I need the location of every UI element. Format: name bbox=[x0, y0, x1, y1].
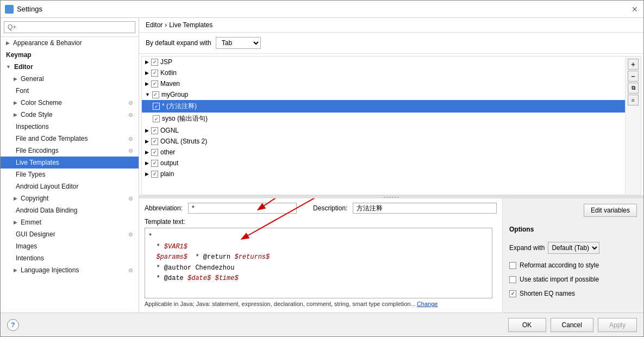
template-list-section: ▶ JSP ▶ Kotlin ▶ bbox=[139, 54, 643, 195]
template-group-ognl[interactable]: ▶ OGNL bbox=[142, 125, 625, 136]
shorten-eq-label: Shorten EQ names bbox=[520, 290, 575, 297]
search-input[interactable] bbox=[4, 21, 135, 33]
sidebar-item-file-encodings[interactable]: File Encodings ⚙ bbox=[1, 145, 139, 157]
template-item-syso[interactable]: syso (输出语句) bbox=[142, 113, 625, 125]
template-item-star[interactable]: * (方法注释) bbox=[142, 100, 625, 113]
reformat-checkbox[interactable] bbox=[509, 262, 516, 269]
applicable-text: Applicable in Java; Java: statement, exp… bbox=[145, 301, 497, 307]
options-title: Options bbox=[509, 226, 637, 233]
sidebar-item-color-scheme[interactable]: ▶ Color Scheme ⚙ bbox=[1, 97, 139, 109]
sidebar-item-live-templates[interactable]: Live Templates bbox=[1, 157, 139, 168]
options-expand-select[interactable]: Default (Tab) Tab Enter Space bbox=[548, 242, 599, 254]
group-label-mygroup: myGroup bbox=[161, 91, 188, 98]
apply-button[interactable]: Apply bbox=[598, 318, 637, 332]
expand-icon: ▶ bbox=[14, 112, 17, 117]
group-checkbox-jsp[interactable] bbox=[151, 59, 158, 66]
add-button[interactable]: + bbox=[628, 59, 639, 70]
sidebar-item-file-and-code[interactable]: File and Code Templates ⚙ bbox=[1, 133, 139, 145]
expand-icon: ▶ bbox=[145, 160, 149, 166]
item-label-star: * (方法注释) bbox=[162, 102, 197, 111]
breadcrumb-path: Editor bbox=[146, 21, 162, 29]
group-checkbox-mygroup[interactable] bbox=[152, 91, 159, 98]
sidebar-item-code-style[interactable]: ▶ Code Style ⚙ bbox=[1, 109, 139, 121]
remove-button[interactable]: − bbox=[628, 71, 639, 82]
expand-icon: ▶ bbox=[145, 149, 149, 155]
sidebar-item-label: Live Templates bbox=[16, 159, 59, 166]
title-bar: Settings ✕ bbox=[1, 1, 643, 18]
abbreviation-label: Abbreviation: bbox=[145, 204, 183, 212]
sidebar-item-gui-designer[interactable]: GUI Designer ⚙ bbox=[1, 228, 139, 240]
change-link[interactable]: Change bbox=[417, 301, 438, 307]
sidebar-item-file-types[interactable]: File Types bbox=[1, 168, 139, 180]
gear-icon: ⚙ bbox=[128, 100, 133, 106]
sidebar-item-android-data[interactable]: Android Data Binding bbox=[1, 204, 139, 216]
template-group-kotlin[interactable]: ▶ Kotlin bbox=[142, 67, 625, 78]
sidebar-item-appearance[interactable]: ▶ Appearance & Behavior bbox=[1, 37, 139, 49]
item-checkbox-syso[interactable] bbox=[153, 115, 160, 122]
gear-icon6: ⚙ bbox=[128, 267, 133, 273]
group-checkbox-plain[interactable] bbox=[151, 171, 158, 178]
cancel-button[interactable]: Cancel bbox=[551, 318, 593, 332]
options-expand-label: Expand with bbox=[509, 244, 545, 252]
copy-button[interactable]: ⧉ bbox=[628, 83, 639, 93]
template-group-plain[interactable]: ▶ plain bbox=[142, 168, 625, 179]
sidebar-item-font[interactable]: Font bbox=[1, 85, 139, 97]
group-label-maven: Maven bbox=[160, 80, 180, 88]
sidebar-item-label: Inspections bbox=[16, 123, 49, 130]
detail-panel: Abbreviation: Description: bbox=[139, 198, 502, 313]
ok-button[interactable]: OK bbox=[508, 318, 546, 332]
template-group-other[interactable]: ▶ other bbox=[142, 147, 625, 158]
options-expand-row: Expand with Default (Tab) Tab Enter Spac… bbox=[509, 242, 637, 254]
group-checkbox-ognl-struts2[interactable] bbox=[151, 138, 158, 145]
static-import-label: Use static import if possible bbox=[520, 276, 599, 283]
edit-variables-button[interactable]: Edit variables bbox=[584, 204, 637, 217]
sidebar-item-inspections[interactable]: Inspections bbox=[1, 121, 139, 133]
shorten-eq-checkbox[interactable] bbox=[509, 290, 516, 297]
group-checkbox-ognl[interactable] bbox=[151, 127, 158, 134]
help-button[interactable]: ? bbox=[7, 319, 19, 331]
abbreviation-input[interactable] bbox=[188, 203, 297, 214]
item-checkbox-star[interactable] bbox=[153, 103, 160, 110]
close-button[interactable]: ✕ bbox=[630, 5, 639, 14]
group-checkbox-output[interactable] bbox=[151, 160, 158, 167]
template-group-mygroup[interactable]: ▼ myGroup bbox=[142, 89, 625, 100]
group-checkbox-maven[interactable] bbox=[151, 80, 158, 88]
window-title: Settings bbox=[17, 5, 42, 13]
sidebar-item-label: Color Scheme bbox=[21, 99, 62, 107]
group-checkbox-other[interactable] bbox=[151, 149, 158, 156]
template-text-area[interactable]: * * $VAR1$ $params$ * @return $returns$ … bbox=[145, 228, 492, 298]
settings-window: Settings ✕ ▶ Appearance & Behavior Keyma… bbox=[0, 0, 644, 337]
sidebar-item-label: Editor bbox=[14, 63, 33, 71]
breadcrumb-bar: Editor › Live Templates bbox=[139, 18, 643, 33]
sidebar-item-keymap[interactable]: Keymap bbox=[1, 49, 139, 61]
sidebar-item-label: Code Style bbox=[21, 111, 53, 118]
expand-with-select[interactable]: Tab Enter Space bbox=[216, 37, 261, 49]
template-group-jsp[interactable]: ▶ JSP bbox=[142, 57, 625, 67]
group-label-other: other bbox=[160, 148, 175, 156]
sidebar-item-lang-injections[interactable]: ▶ Language Injections ⚙ bbox=[1, 264, 139, 276]
reformat-label: Reformat according to style bbox=[520, 261, 599, 269]
sidebar-item-label: GUI Designer bbox=[16, 230, 55, 238]
sidebar-item-intentions[interactable]: Intentions bbox=[1, 252, 139, 264]
description-label: Description: bbox=[313, 204, 347, 212]
options-panel: Edit variables Options Expand with Defau… bbox=[502, 198, 643, 313]
expand-with-row: By default expand with Tab Enter Space bbox=[139, 33, 643, 54]
list-action-buttons: + − ⧉ ≡ bbox=[626, 56, 641, 195]
group-checkbox-kotlin[interactable] bbox=[151, 70, 158, 77]
static-import-checkbox[interactable] bbox=[509, 276, 516, 283]
sidebar-item-copyright[interactable]: ▶ Copyright ⚙ bbox=[1, 192, 139, 204]
gear-icon5: ⚙ bbox=[128, 232, 133, 238]
template-group-output[interactable]: ▶ output bbox=[142, 158, 625, 168]
description-input[interactable] bbox=[353, 203, 497, 214]
sidebar-item-editor[interactable]: ▼ Editor bbox=[1, 61, 139, 73]
template-group-ognl-struts2[interactable]: ▶ OGNL (Struts 2) bbox=[142, 136, 625, 147]
sidebar-item-general[interactable]: ▶ General bbox=[1, 73, 139, 85]
template-group-maven[interactable]: ▶ Maven bbox=[142, 78, 625, 89]
sidebar-item-label: Keymap bbox=[6, 51, 32, 59]
sidebar-item-android-layout[interactable]: Android Layout Editor bbox=[1, 180, 139, 192]
sidebar-item-emmet[interactable]: ▶ Emmet bbox=[1, 216, 139, 228]
expand-icon: ▶ bbox=[14, 76, 17, 82]
sidebar-item-images[interactable]: Images bbox=[1, 240, 139, 252]
expand-icon: ▶ bbox=[145, 139, 149, 144]
move-button[interactable]: ≡ bbox=[628, 95, 639, 105]
